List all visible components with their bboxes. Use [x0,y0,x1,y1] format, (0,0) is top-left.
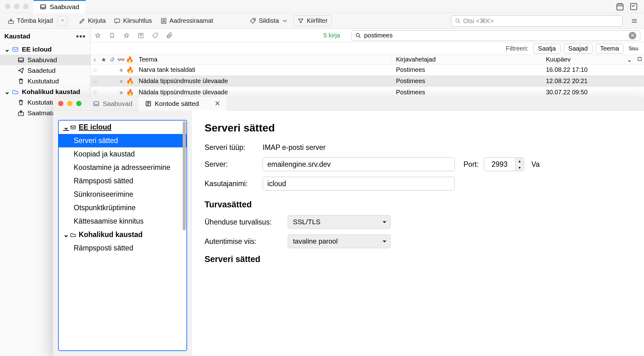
clear-search-button[interactable]: ✕ [629,32,636,39]
star-toggle[interactable]: ☆ [91,66,99,74]
row-auth-method: Autentimise viis: tavaline parool [205,235,634,248]
col-thread[interactable]: ኒ [91,55,99,64]
col-subject[interactable]: Teema [134,56,392,63]
port-step-down[interactable]: ▼ [516,164,524,171]
default-port-label: Va [532,160,540,169]
account-local-folders[interactable]: ⌄ Kohalikud kaustad [0,87,90,97]
row-subject: Narva tank teisaldati [134,66,392,73]
tag-button[interactable]: Sildista [246,15,291,26]
bookmark-icon[interactable] [109,32,116,39]
server-type-value: IMAP e-posti server [263,143,326,152]
folder-sent[interactable]: Saadetud [0,65,90,76]
tree-sync[interactable]: Sünkroniseerimine [59,188,186,201]
inbox-icon [17,57,24,63]
col-star[interactable]: ★ [99,55,108,64]
hamburger-icon [631,17,638,24]
tree-junk-settings[interactable]: Rämpsposti sätted [59,174,186,188]
svg-rect-2 [631,3,637,10]
tree-account-ee-icloud[interactable]: ⌄ EE icloud [59,121,186,134]
col-spam[interactable]: 🔥 [126,55,134,64]
tree-server-settings[interactable]: Serveri sätted [59,134,186,147]
get-mail-dropdown[interactable] [57,16,67,26]
tag-filter-icon[interactable] [152,32,159,39]
message-search-box[interactable]: ✕ [351,30,640,41]
inbox-icon [93,100,100,107]
chat-icon [114,17,121,24]
star-toggle[interactable]: ☆ [91,77,99,85]
minimize-window-button[interactable] [14,4,19,9]
quick-filter-button[interactable]: Kiirfilter [293,15,332,26]
outbox-icon [17,110,24,116]
get-mail-button[interactable]: Tõmba kirjad [4,15,56,26]
settings-scrollbar[interactable] [183,121,186,230]
svg-rect-9 [13,47,18,52]
col-picker[interactable] [635,56,644,63]
col-date[interactable]: Kuupäev⌄ [542,56,635,63]
settings-zoom-button[interactable] [76,101,82,106]
star-toggle[interactable]: ☆ [91,89,99,96]
col-read[interactable]: 👓 [117,55,126,64]
read-dot [117,89,126,96]
server-input[interactable] [263,157,455,171]
titlebar: Saabuvad [0,0,644,13]
contact-filter-icon[interactable] [137,32,144,39]
attachment-filter-icon[interactable] [166,32,173,39]
star-filter-icon[interactable] [94,32,101,39]
chat-button[interactable]: Kiirsuhtlus [111,15,155,26]
col-correspondents[interactable]: Kirjavahetajad [392,56,542,63]
message-toolbar: 5 kirja ✕ [91,29,644,42]
port-input[interactable] [484,158,515,171]
contacts-icon [160,17,167,24]
tree-e2e[interactable]: Otspunktkrüptimine [59,201,186,215]
mail-account-icon [12,46,19,53]
row-subject: Nädala tippsündmuste ülevaade [134,77,392,85]
settings-tab-accounts[interactable]: Kontode sätted ✕ [139,97,226,111]
message-row[interactable]: ☆🔥Nädala tippsündmuste ülevaadePostimees… [91,76,644,87]
folder-pane-menu[interactable]: ••• [76,32,86,41]
star-icon[interactable] [123,32,130,39]
message-row[interactable]: ☆🔥Narva tank teisaldatiPostimees16.08.22… [91,64,644,76]
port-step-up[interactable]: ▲ [516,158,524,164]
flame-icon: 🔥 [126,89,134,96]
tab-inbox[interactable]: Saabuvad [33,0,86,13]
col-attach[interactable] [108,55,117,64]
auth-method-select[interactable]: tavaline parool [288,235,391,248]
filter-content[interactable]: Sisu [627,45,640,52]
server-settings-heading-2: Serveri sätted [205,255,634,264]
account-ee-icloud[interactable]: ⌄ EE icloud [0,44,90,55]
address-book-button[interactable]: Aadressiraamat [157,15,216,26]
settings-tab-inbox[interactable]: Saabuvad [87,97,139,111]
zoom-window-button[interactable] [23,4,28,9]
folder-trash[interactable]: Kustutatud [0,76,90,87]
settings-close-button[interactable] [58,101,63,106]
tree-account-local[interactable]: ⌄ Kohalikud kaustad [59,228,186,241]
global-search-input[interactable]: Otsi <⌘K> [451,15,623,27]
close-window-button[interactable] [5,4,10,9]
filter-recipients[interactable]: Saajad [564,44,592,53]
settings-window: Saabuvad Kontode sätted ✕ ⌄ EE icloud Se… [53,97,644,356]
compose-button[interactable]: Kirjuta [76,15,109,26]
settings-minimize-button[interactable] [67,101,72,106]
svg-point-6 [163,19,165,21]
username-input[interactable] [263,177,455,190]
tree-copies-folders[interactable]: Koopiad ja kaustad [59,147,186,161]
row-date: 12.08.22 20:21 [542,77,635,85]
message-row[interactable]: ☆🔥Nädala tippsündmuste ülevaadePostimees… [91,87,644,98]
read-dot [117,77,126,85]
app-menu-button[interactable] [629,16,640,26]
close-tab-button[interactable]: ✕ [215,100,220,108]
traffic-lights [0,4,33,9]
row-server-type: Serveri tüüp: IMAP e-posti server [205,143,634,152]
connection-security-select[interactable]: SSL/TLS [288,215,391,229]
tasks-icon[interactable] [629,2,638,11]
settings-content: Serveri sätted Serveri tüüp: IMAP e-post… [192,111,644,356]
message-search-input[interactable] [364,32,626,39]
filter-sender[interactable]: Saatja [533,44,561,53]
search-icon [455,18,461,24]
filter-subject[interactable]: Teema [596,44,624,53]
tree-composition[interactable]: Koostamine ja adresseerimine [59,161,186,174]
tree-local-junk[interactable]: Rämpsposti sätted [59,241,186,255]
tree-return-receipts[interactable]: Kättesaamise kinnitus [59,215,186,228]
folder-inbox[interactable]: Saabuvad [0,55,90,65]
calendar-icon[interactable] [615,2,625,11]
